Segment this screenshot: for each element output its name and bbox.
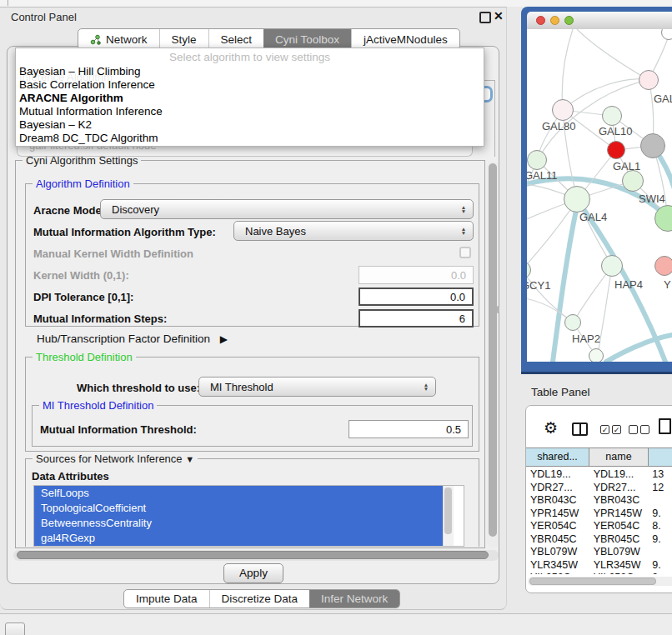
algorithm-option[interactable]: Basic Correlation Inference: [16, 78, 484, 92]
algorithm-dropdown-list: Bayesian – Hill ClimbingBasic Correlatio…: [16, 65, 484, 145]
algorithm-option[interactable]: Mutual Information Inference: [16, 105, 484, 118]
sources-title: Sources for Network Inference: [36, 452, 183, 465]
table-cell: [648, 494, 672, 508]
tab-select[interactable]: Select: [208, 29, 264, 49]
network-node[interactable]: [640, 133, 665, 158]
network-node-label: GAL1: [613, 160, 640, 172]
table-row[interactable]: YDL19...YDL19...13: [526, 468, 672, 482]
select-all-icon[interactable]: ✓ ✓: [600, 425, 621, 434]
network-node[interactable]: [527, 150, 547, 170]
data-attributes-list: SelfLoopsTopologicalCoefficientBetweenne…: [33, 485, 464, 547]
manual-kernel-width-checkbox[interactable]: [459, 247, 471, 258]
tab-infer-network[interactable]: Infer Network: [309, 590, 399, 608]
data-attribute-item[interactable]: SelfLoops: [34, 486, 443, 501]
hub-definition-toggle[interactable]: Hub/Transcription Factor Definition ▶: [37, 332, 228, 345]
algorithm-definition-title: Algorithm Definition: [33, 178, 133, 190]
network-node[interactable]: [622, 170, 644, 192]
deselect-all-icon[interactable]: [629, 425, 649, 434]
table-row[interactable]: YPR145WYPR145W9.: [526, 508, 672, 521]
tab-style[interactable]: Style: [159, 29, 208, 49]
threshold-type-select[interactable]: MI Threshold ▲▼: [198, 377, 436, 397]
network-node-label: GAL4: [579, 211, 607, 223]
network-node[interactable]: [654, 256, 672, 276]
algorithm-option[interactable]: Bayesian – Hill Climbing: [16, 65, 484, 78]
mi-threshold-label: Mutual Information Threshold:: [40, 423, 197, 436]
table-row[interactable]: YBL079WYBL079W: [526, 546, 672, 559]
settings-vertical-scrollbar[interactable]: [487, 161, 499, 548]
scrollbar-thumb[interactable]: [17, 551, 489, 559]
sources-toggle[interactable]: Sources for Network Inference ▼: [33, 452, 198, 466]
aracne-mode-select[interactable]: Discovery ▲▼: [100, 199, 474, 219]
algorithm-option[interactable]: Dream8 DC_TDC Algorithm: [16, 132, 484, 145]
panel-splitter-handle[interactable]: [497, 306, 499, 313]
tab-label: Cyni Toolbox: [275, 33, 339, 46]
column-header[interactable]: name: [589, 448, 649, 466]
network-node-label: GCY1: [527, 279, 550, 292]
column-header[interactable]: [649, 448, 672, 466]
tab-network[interactable]: Network: [78, 29, 159, 49]
network-node[interactable]: [589, 348, 604, 362]
network-node[interactable]: [564, 186, 590, 212]
traffic-light-minimize-icon[interactable]: [550, 16, 559, 25]
table-cell: YDR27...: [526, 482, 589, 495]
table-horizontal-scrollbar[interactable]: [528, 577, 672, 586]
stepper-down-icon: ▼: [424, 387, 429, 392]
network-node[interactable]: [639, 70, 659, 90]
settings-horizontal-scrollbar[interactable]: [13, 550, 499, 561]
bottom-left-button[interactable]: [5, 622, 25, 635]
apply-button[interactable]: Apply: [223, 563, 283, 583]
mi-steps-field[interactable]: 6: [359, 309, 474, 328]
float-window-icon[interactable]: [479, 12, 491, 23]
network-node[interactable]: [607, 141, 625, 159]
bottom-tabs: Impute DataDiscretize DataInfer Network: [123, 589, 400, 608]
traffic-light-zoom-icon[interactable]: [564, 16, 574, 25]
network-node-label: HAP2: [572, 332, 600, 345]
tab-jactivemnodules[interactable]: jActiveMNodules: [351, 29, 459, 49]
network-canvas[interactable]: GALGAL80GAL10GAL1GAL11SWI4GAL4GCY1HAP4YH…: [527, 29, 672, 362]
table-row[interactable]: YBR045CYBR045C9.: [526, 533, 672, 547]
table-row[interactable]: YIL052CYIL052C9: [526, 572, 672, 574]
tab-label: Network: [106, 33, 148, 46]
network-node-label: GAL80: [542, 120, 575, 132]
tab-discretize-data[interactable]: Discretize Data: [209, 590, 310, 608]
table-cell: YDR27...: [589, 482, 649, 495]
tab-cyni-toolbox[interactable]: Cyni Toolbox: [263, 29, 351, 49]
scrollbar-thumb[interactable]: [489, 163, 497, 537]
mi-algorithm-type-label: Mutual Information Algorithm Type:: [33, 226, 216, 238]
data-attribute-item[interactable]: gal4RGexp: [34, 531, 443, 546]
dpi-tolerance-field[interactable]: 0.0: [359, 288, 474, 306]
split-view-icon[interactable]: [572, 422, 588, 436]
table-row[interactable]: YBR043CYBR043C: [526, 494, 672, 508]
tab-label: Style: [172, 33, 197, 46]
network-window-titlebar[interactable]: [527, 12, 672, 30]
mi-algorithm-type-select[interactable]: Naive Bayes ▲▼: [233, 221, 474, 241]
data-attribute-item[interactable]: BetweennessCentrality: [34, 516, 443, 531]
document-icon[interactable]: [659, 418, 671, 434]
scrollbar-thumb[interactable]: [529, 578, 656, 585]
data-attribute-item[interactable]: TopologicalCoefficient: [34, 501, 443, 516]
table-cell: 9.: [648, 559, 672, 572]
table-row[interactable]: YER054CYER054C8.: [526, 520, 672, 533]
traffic-light-close-icon[interactable]: [536, 16, 545, 25]
network-node[interactable]: [601, 255, 623, 277]
network-node[interactable]: [602, 106, 622, 126]
table-cell: [648, 546, 672, 559]
mi-threshold-field[interactable]: 0.5: [349, 420, 469, 438]
dpi-tolerance-label: DPI Tolerance [0,1]:: [33, 291, 133, 303]
column-header[interactable]: shared...: [526, 448, 589, 466]
algorithm-option[interactable]: Bayesian – K2: [16, 118, 484, 132]
table-row[interactable]: YDR27...YDR27...12: [526, 482, 672, 495]
list-vertical-scrollbar[interactable]: [443, 486, 454, 546]
network-node[interactable]: [564, 314, 581, 331]
network-node-label: SWI4: [639, 192, 665, 205]
stepper-icon: ▲▼: [457, 205, 473, 214]
table-cell: YBR045C: [526, 533, 589, 547]
network-node[interactable]: [552, 99, 574, 121]
tab-impute-data[interactable]: Impute Data: [124, 590, 209, 608]
scrollbar-thumb[interactable]: [444, 488, 452, 534]
checked-box-icon: ✓: [612, 425, 621, 434]
gear-icon[interactable]: ⚙: [544, 418, 558, 438]
close-icon[interactable]: ✕: [494, 9, 504, 22]
table-row[interactable]: YLR345WYLR345W9.: [526, 559, 672, 572]
algorithm-option[interactable]: ARACNE Algorithm: [16, 92, 484, 105]
